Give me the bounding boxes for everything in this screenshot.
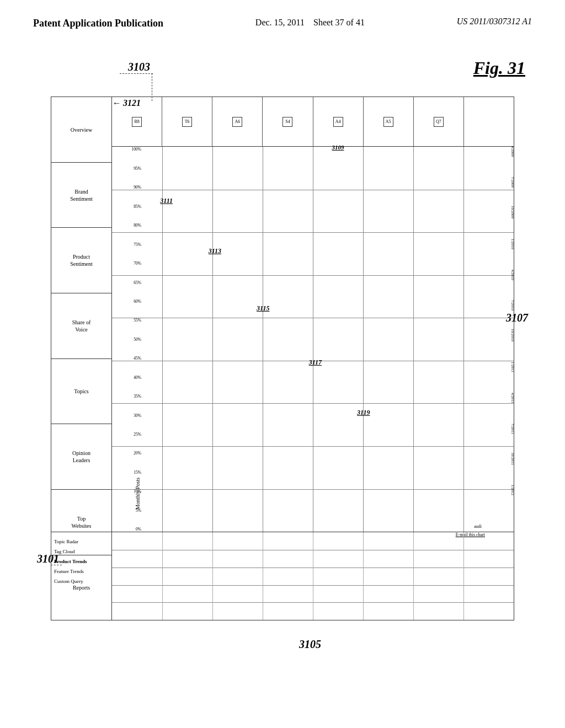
col-t6: T6 [162,97,212,146]
fig-label: Fig. 31 [473,58,525,78]
y-30: 30% [134,413,141,418]
date-labels-area: 4/2009 7/2009 10/2009 1/2010 4/2010 7/20… [483,147,514,532]
box-a5: A5 [383,117,393,127]
y-85: 85% [134,204,141,209]
bottom-chart-area [112,532,514,620]
date-9: 4/2011 [510,393,515,403]
y-70: 70% [134,261,141,266]
vline-5 [363,147,364,532]
ref-3103: 3103 [128,61,150,73]
date-2: 7/2009 [510,177,515,188]
col-last [464,97,514,146]
date-7: 10/2010 [510,329,515,341]
main-content: Fig. 31 3103 3101 3107 3105 Overview Bra… [0,36,565,692]
bottom-item-tag-cloud[interactable]: Tag Cloud [54,547,109,556]
y-95: 95% [134,166,141,171]
nav-product-sentiment[interactable]: ProductSentiment [51,228,111,293]
bottom-vline-6 [413,532,414,620]
col-a4: A4 3109 [313,97,364,146]
chart-outer-box: Overview BrandSentiment ProductSentiment… [51,97,514,620]
pointer-3101-h [51,565,62,565]
y-80: 80% [134,223,141,228]
bottom-vline-4 [313,532,313,620]
date-6: 7/2010 [510,300,515,311]
pointer-3103 [120,73,153,74]
date-11: 10/2011 [510,452,515,465]
ref-3105: 3105 [299,638,321,651]
col-headers: R8 T6 A6 S4 A4 [112,97,514,147]
y-75: 75% [134,242,141,247]
bottom-item-topic-radar[interactable]: Topic Radar [54,537,109,547]
bottom-item-product-trends[interactable]: Product Trends [54,556,109,566]
y-55: 55% [134,318,141,323]
box-q7: Q7 [434,117,444,127]
vline-6 [413,147,414,532]
y-0: 0% [136,527,141,532]
y-45: 45% [134,356,141,361]
vline-7 [463,147,464,532]
nav-topics[interactable]: Topics [51,359,111,425]
bottom-item-custom-query[interactable]: Custom Query [54,576,109,586]
box-a4: A4 [333,117,343,127]
box-r8: R8 [132,117,142,127]
nav-brand-sentiment[interactable]: BrandSentiment [51,163,111,228]
publication-title: Patent Application Publication [33,17,163,30]
ref-3117: 3117 [309,358,322,367]
y-25: 25% [134,432,141,437]
y-20: 20% [134,451,141,456]
bottom-section: Topic Radar Tag Cloud Product Trends Fea… [51,532,514,620]
ref-3111: 3111 [160,197,173,205]
vline-3 [263,147,263,532]
nav-opinion-leaders[interactable]: OpinionLeaders [51,424,111,490]
nav-overview[interactable]: Overview [51,97,111,163]
y-35: 35% [134,394,141,399]
bottom-item-feature-trends[interactable]: Feature Trends [54,566,109,576]
bottom-vline-2 [212,532,213,620]
col-a6: A6 [212,97,263,146]
date-5: 4/2010 [510,269,515,280]
col-q7: Q7 [414,97,464,146]
col-s4: S4 [263,97,313,146]
monthly-posts-label: Monthly Posts [135,478,141,510]
y-90: 90% [134,185,141,190]
box-a6: A6 [232,117,242,127]
bottom-vline-7 [463,532,464,620]
box-s4: S4 [282,117,292,127]
col-a5: A5 [364,97,414,146]
y-15: 15% [134,470,141,475]
ref-3119: 3119 [357,409,370,417]
ref-3121: ← 3121 [112,98,141,108]
page-header: Patent Application Publication Dec. 15, … [0,0,565,36]
date-10: 7/2011 [510,424,515,434]
bottom-vline-5 [363,532,364,620]
box-t6: T6 [182,117,192,127]
ref-3115: 3115 [257,304,269,313]
y-100: 100% [132,147,142,152]
chart-area: R8 T6 A6 S4 A4 [112,97,514,532]
vline-4 [313,147,313,532]
diagram-container: Fig. 31 3103 3101 3107 3105 Overview Bra… [34,47,531,681]
y-65: 65% [134,280,141,285]
y-50: 50% [134,337,141,342]
y-40: 40% [134,375,141,380]
bottom-vline-3 [263,532,263,620]
date-1: 4/2009 [510,146,515,157]
grid-area: 3111 3113 3115 3117 3119 [112,147,514,532]
y-axis: 0% 5% 10% 15% 20% 25% 30% 35% 40% 45% 50… [112,147,142,532]
y-60: 60% [134,299,141,304]
date-4: 1/2010 [510,238,515,249]
patent-number: US 2011/0307312 A1 [457,17,532,26]
date-12: 1/2012 [510,485,515,495]
vline-2 [212,147,213,532]
ref-3113: 3113 [209,247,221,255]
publication-info: Dec. 15, 2011 Sheet 37 of 41 [255,17,365,29]
date-3: 10/2009 [510,206,515,218]
date-8: 1/2011 [510,362,515,372]
nav-share-of-voice[interactable]: Share ofVoice [51,293,111,359]
bottom-left-nav: Topic Radar Tag Cloud Product Trends Fea… [51,532,112,620]
audi-label: audi [474,524,482,529]
bottom-vline-1 [162,532,163,620]
